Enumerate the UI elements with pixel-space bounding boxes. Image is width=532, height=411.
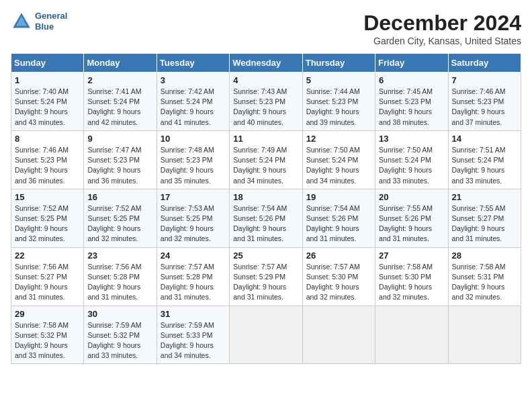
calendar-day-cell: 29Sunrise: 7:58 AMSunset: 5:32 PMDayligh… (11, 306, 84, 364)
day-number: 22 (15, 250, 80, 261)
day-detail: Sunrise: 7:50 AMSunset: 5:24 PMDaylight:… (379, 145, 444, 186)
calendar-header-cell: Thursday (302, 54, 375, 73)
day-detail: Sunrise: 7:53 AMSunset: 5:25 PMDaylight:… (161, 203, 226, 244)
calendar-day-cell: 31Sunrise: 7:59 AMSunset: 5:33 PMDayligh… (157, 306, 229, 364)
calendar-day-cell: 21Sunrise: 7:55 AMSunset: 5:27 PMDayligh… (448, 189, 521, 247)
calendar-week-row: 1Sunrise: 7:40 AMSunset: 5:24 PMDaylight… (11, 73, 521, 131)
day-number: 16 (87, 192, 152, 202)
calendar-title: December 2024 (363, 11, 521, 36)
calendar-day-cell: 12Sunrise: 7:50 AMSunset: 5:24 PMDayligh… (302, 130, 375, 189)
calendar-header-cell: Saturday (448, 54, 521, 73)
day-detail: Sunrise: 7:55 AMSunset: 5:26 PMDaylight:… (379, 203, 444, 244)
day-number: 25 (233, 250, 298, 261)
calendar-day-cell: 26Sunrise: 7:57 AMSunset: 5:30 PMDayligh… (302, 247, 375, 306)
day-detail: Sunrise: 7:54 AMSunset: 5:26 PMDaylight:… (306, 203, 371, 244)
calendar-day-cell: 14Sunrise: 7:51 AMSunset: 5:24 PMDayligh… (448, 130, 521, 189)
day-detail: Sunrise: 7:59 AMSunset: 5:33 PMDaylight:… (161, 320, 226, 361)
day-detail: Sunrise: 7:46 AMSunset: 5:23 PMDaylight:… (452, 87, 517, 128)
day-detail: Sunrise: 7:41 AMSunset: 5:24 PMDaylight:… (87, 87, 152, 128)
calendar-header-row: SundayMondayTuesdayWednesdayThursdayFrid… (11, 54, 521, 73)
calendar-day-cell: 7Sunrise: 7:46 AMSunset: 5:23 PMDaylight… (448, 73, 521, 131)
day-number: 23 (87, 250, 152, 261)
day-number: 17 (161, 192, 226, 202)
day-detail: Sunrise: 7:40 AMSunset: 5:24 PMDaylight:… (15, 87, 80, 128)
day-detail: Sunrise: 7:57 AMSunset: 5:30 PMDaylight:… (306, 262, 371, 303)
day-detail: Sunrise: 7:59 AMSunset: 5:32 PMDaylight:… (87, 320, 152, 361)
day-number: 5 (306, 75, 371, 85)
day-number: 9 (87, 134, 152, 144)
logo-icon (11, 11, 32, 32)
calendar-day-cell: 15Sunrise: 7:52 AMSunset: 5:25 PMDayligh… (11, 189, 84, 247)
calendar-day-cell: 2Sunrise: 7:41 AMSunset: 5:24 PMDaylight… (84, 73, 157, 131)
calendar-day-cell: 17Sunrise: 7:53 AMSunset: 5:25 PMDayligh… (157, 189, 229, 247)
day-number: 27 (379, 250, 444, 261)
day-number: 2 (87, 75, 152, 85)
calendar-day-cell: 24Sunrise: 7:57 AMSunset: 5:28 PMDayligh… (157, 247, 229, 306)
day-detail: Sunrise: 7:44 AMSunset: 5:23 PMDaylight:… (306, 87, 371, 128)
day-number: 3 (161, 75, 226, 85)
day-number: 18 (233, 192, 298, 202)
calendar-day-cell: 23Sunrise: 7:56 AMSunset: 5:28 PMDayligh… (84, 247, 157, 306)
day-number: 24 (161, 250, 226, 261)
day-detail: Sunrise: 7:56 AMSunset: 5:28 PMDaylight:… (87, 262, 152, 303)
calendar-day-cell: 9Sunrise: 7:47 AMSunset: 5:23 PMDaylight… (84, 130, 157, 189)
day-number: 8 (15, 134, 80, 144)
day-detail: Sunrise: 7:58 AMSunset: 5:32 PMDaylight:… (15, 320, 80, 361)
day-number: 6 (379, 75, 444, 85)
calendar-subtitle: Garden City, Kansas, United States (363, 36, 521, 46)
title-block: December 2024 Garden City, Kansas, Unite… (363, 11, 521, 46)
day-number: 1 (15, 75, 80, 85)
calendar-day-cell: 18Sunrise: 7:54 AMSunset: 5:26 PMDayligh… (230, 189, 302, 247)
day-number: 28 (452, 250, 517, 261)
calendar-day-cell: 16Sunrise: 7:52 AMSunset: 5:25 PMDayligh… (84, 189, 157, 247)
day-number: 19 (306, 192, 371, 202)
day-detail: Sunrise: 7:43 AMSunset: 5:23 PMDaylight:… (233, 87, 298, 128)
day-number: 31 (161, 309, 226, 319)
day-number: 12 (306, 134, 371, 144)
calendar-day-cell: 28Sunrise: 7:58 AMSunset: 5:31 PMDayligh… (448, 247, 521, 306)
calendar-week-row: 8Sunrise: 7:46 AMSunset: 5:23 PMDaylight… (11, 130, 521, 189)
day-number: 14 (452, 134, 517, 144)
day-detail: Sunrise: 7:57 AMSunset: 5:29 PMDaylight:… (233, 262, 298, 303)
day-detail: Sunrise: 7:55 AMSunset: 5:27 PMDaylight:… (452, 203, 517, 244)
calendar-day-cell: 6Sunrise: 7:45 AMSunset: 5:23 PMDaylight… (375, 73, 448, 131)
calendar-day-cell: 20Sunrise: 7:55 AMSunset: 5:26 PMDayligh… (375, 189, 448, 247)
day-detail: Sunrise: 7:52 AMSunset: 5:25 PMDaylight:… (87, 203, 152, 244)
calendar-day-cell (302, 306, 375, 364)
calendar-day-cell: 11Sunrise: 7:49 AMSunset: 5:24 PMDayligh… (230, 130, 302, 189)
calendar-header-cell: Tuesday (157, 54, 229, 73)
day-detail: Sunrise: 7:47 AMSunset: 5:23 PMDaylight:… (87, 145, 152, 186)
calendar-header-cell: Sunday (11, 54, 84, 73)
day-number: 11 (233, 134, 298, 144)
day-detail: Sunrise: 7:56 AMSunset: 5:27 PMDaylight:… (15, 262, 80, 303)
calendar-table: SundayMondayTuesdayWednesdayThursdayFrid… (11, 53, 521, 364)
day-number: 29 (15, 309, 80, 319)
calendar-day-cell (375, 306, 448, 364)
logo: General Blue (11, 11, 67, 32)
day-detail: Sunrise: 7:51 AMSunset: 5:24 PMDaylight:… (452, 145, 517, 186)
calendar-day-cell: 5Sunrise: 7:44 AMSunset: 5:23 PMDaylight… (302, 73, 375, 131)
header: General Blue December 2024 Garden City, … (11, 11, 521, 46)
day-number: 21 (452, 192, 517, 202)
calendar-day-cell: 10Sunrise: 7:48 AMSunset: 5:23 PMDayligh… (157, 130, 229, 189)
calendar-day-cell: 19Sunrise: 7:54 AMSunset: 5:26 PMDayligh… (302, 189, 375, 247)
calendar-day-cell: 1Sunrise: 7:40 AMSunset: 5:24 PMDaylight… (11, 73, 84, 131)
calendar-day-cell: 25Sunrise: 7:57 AMSunset: 5:29 PMDayligh… (230, 247, 302, 306)
day-number: 7 (452, 75, 517, 85)
day-detail: Sunrise: 7:48 AMSunset: 5:23 PMDaylight:… (161, 145, 226, 186)
day-number: 20 (379, 192, 444, 202)
day-detail: Sunrise: 7:58 AMSunset: 5:30 PMDaylight:… (379, 262, 444, 303)
day-detail: Sunrise: 7:45 AMSunset: 5:23 PMDaylight:… (379, 87, 444, 128)
day-detail: Sunrise: 7:42 AMSunset: 5:24 PMDaylight:… (161, 87, 226, 128)
calendar-day-cell: 8Sunrise: 7:46 AMSunset: 5:23 PMDaylight… (11, 130, 84, 189)
day-detail: Sunrise: 7:57 AMSunset: 5:28 PMDaylight:… (161, 262, 226, 303)
day-number: 30 (87, 309, 152, 319)
calendar-week-row: 29Sunrise: 7:58 AMSunset: 5:32 PMDayligh… (11, 306, 521, 364)
day-detail: Sunrise: 7:54 AMSunset: 5:26 PMDaylight:… (233, 203, 298, 244)
calendar-body: 1Sunrise: 7:40 AMSunset: 5:24 PMDaylight… (11, 73, 521, 364)
day-number: 15 (15, 192, 80, 202)
calendar-header-cell: Monday (84, 54, 157, 73)
day-detail: Sunrise: 7:52 AMSunset: 5:25 PMDaylight:… (15, 203, 80, 244)
calendar-day-cell: 30Sunrise: 7:59 AMSunset: 5:32 PMDayligh… (84, 306, 157, 364)
calendar-header-cell: Wednesday (230, 54, 302, 73)
